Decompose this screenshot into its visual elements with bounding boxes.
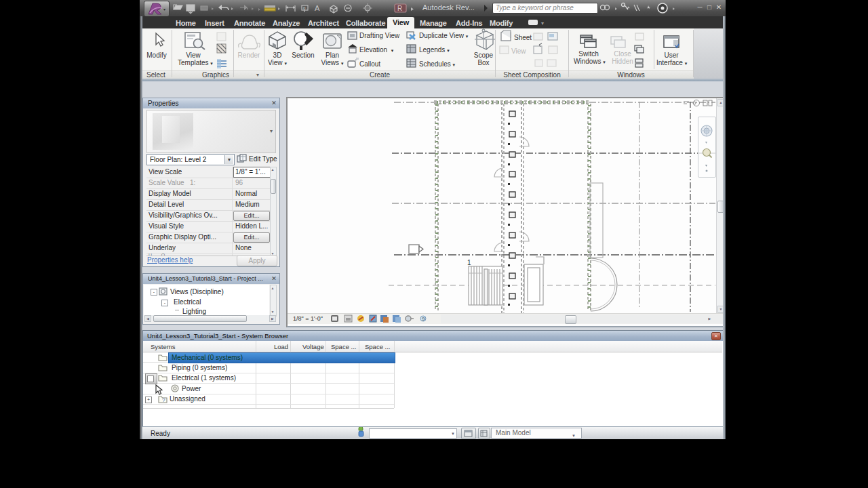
svg-text:1: 1 [467, 259, 471, 266]
svg-text:9: 9 [422, 316, 425, 322]
svg-text:R: R [397, 5, 402, 12]
svg-text:A: A [315, 4, 320, 12]
svg-text:?: ? [162, 397, 165, 403]
